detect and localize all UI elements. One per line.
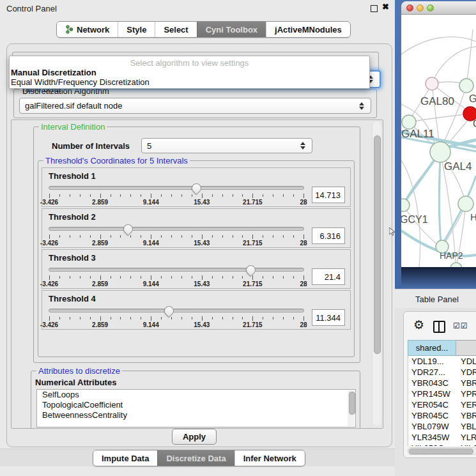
dropdown-option-equal-width-frequency-discretization[interactable]: Equal Width/Frequency Discretization bbox=[10, 77, 369, 87]
slider-track[interactable] bbox=[49, 227, 304, 231]
network-node-gcy1[interactable] bbox=[401, 199, 410, 211]
table-card: ⚙ ☑☑ shared...na YDL19...YDL1YDR27...YDR… bbox=[403, 311, 476, 458]
table-cell: YER0 bbox=[457, 399, 476, 410]
table-panel-header: Table Panel bbox=[395, 289, 476, 309]
table-header-row: shared...na bbox=[408, 340, 476, 356]
network-node-h[interactable] bbox=[458, 196, 473, 211]
column-header-shared-[interactable]: shared... bbox=[408, 340, 456, 356]
network-edge[interactable] bbox=[401, 37, 476, 54]
threshold-2-value-field[interactable]: 6.316 bbox=[312, 227, 345, 244]
network-edge[interactable] bbox=[409, 114, 465, 122]
table-data-combobox-value: galFiltered.sif default node bbox=[25, 101, 358, 111]
spinner-stepper-icon[interactable] bbox=[299, 142, 307, 150]
threshold-3-slider[interactable]: -3.4262.8599.14415.4321.71528 bbox=[49, 265, 304, 289]
bottom-tab-impute-data[interactable]: Impute Data bbox=[93, 450, 157, 466]
number-of-intervals-spinner[interactable]: 5 bbox=[141, 138, 312, 153]
slider-thumb[interactable] bbox=[244, 263, 257, 277]
dropdown-option-list: Manual DiscretizationEqual Width/Frequen… bbox=[10, 68, 369, 87]
slider-thumb[interactable] bbox=[162, 304, 176, 318]
slider-ticks bbox=[49, 194, 303, 198]
table-row[interactable]: YPR145WYPR1 bbox=[408, 388, 476, 399]
network-window-titlebar bbox=[401, 1, 476, 15]
tab-label-style: Style bbox=[127, 25, 146, 35]
table-cell: YDR2 bbox=[457, 367, 476, 378]
close-window-icon[interactable] bbox=[406, 4, 413, 12]
tab-jactivemnodules[interactable]: jActiveMNodules bbox=[266, 22, 350, 37]
network-edge[interactable] bbox=[440, 152, 441, 242]
settings-scrollbar[interactable] bbox=[372, 121, 381, 426]
threshold-2-slider[interactable]: -3.4262.8599.14415.4321.71528 bbox=[49, 224, 304, 248]
table-hscrollbar[interactable] bbox=[408, 447, 476, 455]
table-row[interactable]: YLR345WYLR3 bbox=[408, 432, 476, 443]
table-row[interactable]: YBR043CYBR0 bbox=[408, 378, 476, 388]
table-cell: YDR27... bbox=[408, 367, 457, 378]
tick-label: 9.144 bbox=[143, 199, 159, 206]
network-edge[interactable] bbox=[466, 29, 473, 86]
number-of-intervals-label: Number of Intervals bbox=[52, 141, 130, 151]
table-cell: YBR045C bbox=[408, 410, 457, 421]
table-cell: YPR145W bbox=[408, 388, 457, 399]
threshold-4-value-field[interactable]: 11.344 bbox=[312, 309, 345, 326]
network-node-gal80[interactable] bbox=[426, 77, 438, 90]
tab-style[interactable]: Style bbox=[118, 22, 155, 37]
attribute-item-betweennesscentrality[interactable]: BetweennessCentrality bbox=[37, 410, 355, 420]
node-label-gal11: GAL11 bbox=[401, 128, 434, 140]
apply-button[interactable]: Apply bbox=[172, 429, 217, 445]
bottom-tab-label-impute-data: Impute Data bbox=[102, 454, 149, 463]
attribute-item-selfloops[interactable]: SelfLoops bbox=[37, 390, 355, 400]
table-row[interactable]: YIL053CYIL0 bbox=[408, 443, 476, 446]
network-view-canvas[interactable]: GAL80GACGAL11GAL4GCY1HHAP2 bbox=[401, 15, 476, 267]
tab-network[interactable]: Network bbox=[57, 22, 118, 37]
table-hscrollbar-thumb[interactable] bbox=[409, 449, 473, 454]
slider-track[interactable] bbox=[49, 268, 304, 272]
table-row[interactable]: YER054CYER0 bbox=[408, 399, 476, 410]
slider-track[interactable] bbox=[49, 309, 304, 312]
table-row[interactable]: YDL19...YDL1 bbox=[408, 356, 476, 367]
threshold-1-value-field[interactable]: 14.713 bbox=[312, 187, 345, 203]
tab-cyni-toolbox[interactable]: Cyni Toolbox bbox=[197, 22, 266, 37]
tab-select[interactable]: Select bbox=[155, 22, 196, 37]
dropdown-option-manual-discretization[interactable]: Manual Discretization bbox=[10, 68, 369, 77]
tick-label: 2.859 bbox=[92, 321, 108, 328]
attributes-scrollbar[interactable] bbox=[348, 390, 355, 426]
bottom-tab-discretize-data[interactable]: Discretize Data bbox=[157, 450, 234, 466]
tick-label: 28 bbox=[300, 280, 307, 288]
slider-thumb[interactable] bbox=[190, 181, 203, 195]
column-header-na[interactable]: na bbox=[456, 340, 476, 356]
threshold-1-slider[interactable]: -3.4262.8599.14415.4321.71528 bbox=[49, 183, 304, 207]
slider-tick-labels: -3.4262.8599.14415.4321.71528 bbox=[49, 240, 303, 247]
table-cell: YBR043C bbox=[408, 378, 457, 388]
table-row[interactable]: YBR045CYBR0 bbox=[408, 410, 476, 421]
table-row[interactable]: YBL079WYBL0 bbox=[408, 421, 476, 432]
gear-icon[interactable]: ⚙ bbox=[413, 318, 424, 332]
tick-label: 15.43 bbox=[194, 240, 210, 247]
network-node-gal11[interactable] bbox=[402, 115, 416, 129]
numerical-attributes-list: SelfLoopsTopologicalCoefficientBetweenne… bbox=[36, 389, 356, 427]
slider-thumb[interactable] bbox=[121, 222, 135, 236]
columns-icon[interactable] bbox=[433, 321, 445, 333]
slider-track[interactable] bbox=[49, 186, 304, 190]
float-panel-icon[interactable] bbox=[371, 5, 378, 12]
tick-label: 9.144 bbox=[143, 240, 159, 247]
maximize-window-icon[interactable] bbox=[427, 4, 434, 12]
select-checkbox-icons[interactable]: ☑☑ bbox=[453, 321, 468, 330]
close-panel-icon[interactable]: ✖ bbox=[382, 2, 389, 12]
network-node-gal4[interactable] bbox=[430, 142, 450, 162]
attributes-scrollbar-thumb[interactable] bbox=[349, 392, 355, 415]
threshold-4-slider[interactable]: -3.4262.8599.14415.4321.71528 bbox=[49, 305, 304, 330]
algorithm-settings-panel: Interval Definition Number of Intervals … bbox=[11, 119, 383, 429]
threshold-3-value-field[interactable]: 21.4 bbox=[312, 268, 345, 285]
minimize-window-icon[interactable] bbox=[417, 4, 424, 12]
attribute-item-topologicalcoefficient[interactable]: TopologicalCoefficient bbox=[37, 400, 355, 410]
bottom-tab-infer-network[interactable]: Infer Network bbox=[234, 450, 305, 466]
combobox-stepper-icon[interactable] bbox=[358, 102, 365, 110]
settings-scrollbar-thumb[interactable] bbox=[374, 135, 381, 354]
tab-label-network: Network bbox=[77, 25, 109, 35]
network-edge[interactable] bbox=[442, 176, 476, 245]
table-row[interactable]: YDR27...YDR2 bbox=[408, 367, 476, 378]
thresholds-group: Threshold's Coordinates for 5 Intervals … bbox=[38, 160, 355, 357]
dropdown-prompt-item[interactable]: Select algorithm to view settings bbox=[10, 56, 369, 68]
network-node[interactable] bbox=[450, 263, 462, 267]
network-node-ga[interactable] bbox=[459, 79, 473, 93]
table-data-combobox[interactable]: galFiltered.sif default node bbox=[19, 98, 371, 114]
